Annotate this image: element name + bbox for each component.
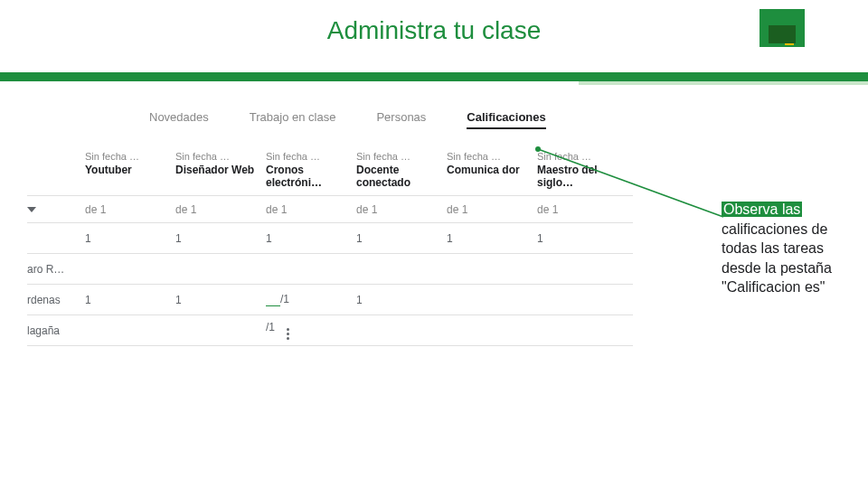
table-row: 1 1 1 1 1 1 xyxy=(27,223,633,254)
outof-cell: de 1 xyxy=(85,203,175,216)
student-name: lagaña xyxy=(27,324,85,337)
outof-cell: de 1 xyxy=(447,203,537,216)
outof-cell: de 1 xyxy=(266,203,356,216)
tab-trabajo[interactable]: Trabajo en clase xyxy=(250,110,336,129)
tab-personas[interactable]: Personas xyxy=(376,110,426,129)
tab-calificaciones[interactable]: Calificaciones xyxy=(467,110,545,129)
student-name: rdenas xyxy=(27,294,85,306)
divider-bar xyxy=(0,72,868,81)
col-header[interactable]: Sin fecha … Maestro del siglo… xyxy=(537,151,627,190)
grade-cell[interactable]: 1 xyxy=(85,232,175,245)
col-header[interactable]: Sin fecha … Diseñador Web xyxy=(175,151,266,176)
grade-cell[interactable]: 1 xyxy=(356,232,447,245)
grade-cell[interactable]: /1 xyxy=(266,293,356,306)
col-header[interactable]: Sin fecha … Youtuber xyxy=(85,151,175,176)
student-name: aro R… xyxy=(27,263,85,276)
grade-cell[interactable]: 1 xyxy=(447,232,537,245)
table-header-row: Sin fecha … Youtuber Sin fecha … Diseñad… xyxy=(27,145,633,196)
grade-cell[interactable]: 1 xyxy=(175,232,266,245)
callout-highlight: Observa las xyxy=(722,202,802,217)
grade-cell[interactable]: 1 xyxy=(175,294,266,306)
table-row: aro R… xyxy=(27,254,633,285)
col-header[interactable]: Sin fecha … Docente conectado xyxy=(356,151,447,190)
slide-title: Administra tu clase xyxy=(327,16,542,45)
grade-cell[interactable]: 1 xyxy=(266,232,356,245)
chevron-down-icon xyxy=(27,207,36,212)
col-header[interactable]: Sin fecha … Comunica dor xyxy=(447,151,537,176)
sort-cell[interactable] xyxy=(27,207,85,212)
grade-cell[interactable]: 1 xyxy=(537,232,627,245)
table-row: lagaña /1 xyxy=(27,315,633,346)
grade-input-underline[interactable] xyxy=(266,293,280,306)
callout-text: calificaciones de todas las tareas desde… xyxy=(722,221,832,296)
grade-cell[interactable]: 1 xyxy=(356,294,447,306)
out-of-row: de 1 de 1 de 1 de 1 de 1 de 1 xyxy=(27,196,633,223)
outof-cell: de 1 xyxy=(537,203,627,216)
tabs-row: Novedades Trabajo en clase Personas Cali… xyxy=(149,110,859,129)
grade-cell[interactable]: /1 xyxy=(266,321,356,340)
classroom-app-icon xyxy=(760,9,805,47)
outof-cell: de 1 xyxy=(175,203,266,216)
grades-table: Sin fecha … Youtuber Sin fecha … Diseñad… xyxy=(27,145,633,346)
callout-box: Observa las calificaciones de todas las … xyxy=(722,200,850,297)
more-menu-icon[interactable] xyxy=(287,328,289,340)
tab-novedades[interactable]: Novedades xyxy=(149,110,209,129)
grade-cell[interactable]: 1 xyxy=(85,294,175,306)
outof-cell: de 1 xyxy=(356,203,447,216)
slide-header: Administra tu clase xyxy=(0,0,868,54)
col-header[interactable]: Sin fecha … Cronos electróni… xyxy=(266,151,356,190)
table-row: rdenas 1 1 /1 1 xyxy=(27,285,633,315)
